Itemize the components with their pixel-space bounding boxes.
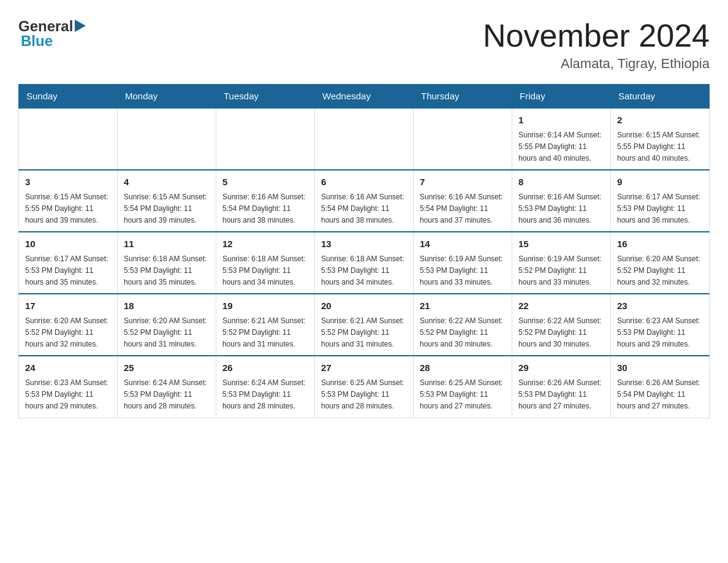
calendar-day-cell: 19Sunrise: 6:21 AM Sunset: 5:52 PM Dayli… — [216, 294, 315, 356]
month-title: November 2024 — [483, 18, 710, 53]
calendar-day-cell — [19, 108, 118, 170]
calendar-day-cell: 3Sunrise: 6:15 AM Sunset: 5:55 PM Daylig… — [19, 170, 118, 232]
calendar-week-row: 17Sunrise: 6:20 AM Sunset: 5:52 PM Dayli… — [19, 294, 710, 356]
day-number: 22 — [518, 299, 604, 313]
calendar-day-cell: 25Sunrise: 6:24 AM Sunset: 5:53 PM Dayli… — [118, 356, 216, 418]
day-number: 13 — [321, 237, 407, 251]
day-info: Sunrise: 6:22 AM Sunset: 5:52 PM Dayligh… — [518, 315, 604, 351]
day-info: Sunrise: 6:22 AM Sunset: 5:52 PM Dayligh… — [420, 315, 506, 351]
day-info: Sunrise: 6:25 AM Sunset: 5:53 PM Dayligh… — [321, 377, 407, 413]
calendar-day-cell: 2Sunrise: 6:15 AM Sunset: 5:55 PM Daylig… — [611, 108, 710, 170]
day-number: 6 — [321, 175, 407, 190]
day-info: Sunrise: 6:19 AM Sunset: 5:52 PM Dayligh… — [518, 253, 604, 289]
day-number: 19 — [222, 299, 308, 313]
day-number: 20 — [321, 299, 407, 313]
calendar-day-header: Tuesday — [216, 85, 315, 109]
calendar-day-cell: 9Sunrise: 6:17 AM Sunset: 5:53 PM Daylig… — [611, 170, 710, 232]
day-number: 29 — [518, 361, 604, 375]
calendar-table: SundayMondayTuesdayWednesdayThursdayFrid… — [18, 84, 710, 418]
title-block: November 2024 Alamata, Tigray, Ethiopia — [483, 18, 710, 72]
day-number: 8 — [518, 175, 604, 190]
day-info: Sunrise: 6:18 AM Sunset: 5:53 PM Dayligh… — [124, 253, 210, 289]
day-info: Sunrise: 6:20 AM Sunset: 5:52 PM Dayligh… — [617, 253, 703, 289]
day-info: Sunrise: 6:16 AM Sunset: 5:53 PM Dayligh… — [518, 191, 604, 227]
day-number: 5 — [222, 175, 308, 190]
calendar-day-cell: 15Sunrise: 6:19 AM Sunset: 5:52 PM Dayli… — [512, 232, 611, 294]
day-info: Sunrise: 6:17 AM Sunset: 5:53 PM Dayligh… — [617, 191, 703, 227]
calendar-day-cell: 28Sunrise: 6:25 AM Sunset: 5:53 PM Dayli… — [414, 356, 512, 418]
logo-general-text: General — [18, 19, 73, 34]
day-info: Sunrise: 6:20 AM Sunset: 5:52 PM Dayligh… — [124, 315, 210, 351]
day-number: 14 — [420, 237, 506, 251]
calendar-day-cell: 24Sunrise: 6:23 AM Sunset: 5:53 PM Dayli… — [19, 356, 118, 418]
day-number: 18 — [124, 299, 210, 313]
calendar-day-header: Sunday — [19, 85, 118, 109]
calendar-day-cell: 11Sunrise: 6:18 AM Sunset: 5:53 PM Dayli… — [118, 232, 216, 294]
calendar-day-cell: 6Sunrise: 6:16 AM Sunset: 5:54 PM Daylig… — [315, 170, 414, 232]
page-header: General Blue November 2024 Alamata, Tigr… — [18, 18, 710, 72]
location-title: Alamata, Tigray, Ethiopia — [483, 56, 710, 72]
day-info: Sunrise: 6:20 AM Sunset: 5:52 PM Dayligh… — [25, 315, 111, 351]
day-number: 3 — [25, 175, 111, 190]
day-info: Sunrise: 6:15 AM Sunset: 5:54 PM Dayligh… — [124, 191, 210, 227]
logo: General Blue — [18, 18, 86, 48]
calendar-day-cell — [414, 108, 512, 170]
day-number: 7 — [420, 175, 506, 190]
calendar-day-header: Wednesday — [315, 85, 414, 109]
day-number: 11 — [124, 237, 210, 251]
logo-blue-text: Blue — [21, 33, 53, 49]
calendar-day-cell: 29Sunrise: 6:26 AM Sunset: 5:53 PM Dayli… — [512, 356, 611, 418]
calendar-day-cell: 26Sunrise: 6:24 AM Sunset: 5:53 PM Dayli… — [216, 356, 315, 418]
calendar-week-row: 1Sunrise: 6:14 AM Sunset: 5:55 PM Daylig… — [19, 108, 710, 170]
calendar-day-cell: 10Sunrise: 6:17 AM Sunset: 5:53 PM Dayli… — [19, 232, 118, 294]
calendar-day-cell: 27Sunrise: 6:25 AM Sunset: 5:53 PM Dayli… — [315, 356, 414, 418]
calendar-day-cell: 16Sunrise: 6:20 AM Sunset: 5:52 PM Dayli… — [611, 232, 710, 294]
calendar-day-cell: 14Sunrise: 6:19 AM Sunset: 5:53 PM Dayli… — [414, 232, 512, 294]
day-number: 9 — [617, 175, 703, 190]
calendar-day-cell: 13Sunrise: 6:18 AM Sunset: 5:53 PM Dayli… — [315, 232, 414, 294]
calendar-day-cell: 30Sunrise: 6:26 AM Sunset: 5:54 PM Dayli… — [611, 356, 710, 418]
day-info: Sunrise: 6:17 AM Sunset: 5:53 PM Dayligh… — [25, 253, 111, 289]
calendar-week-row: 10Sunrise: 6:17 AM Sunset: 5:53 PM Dayli… — [19, 232, 710, 294]
day-number: 25 — [124, 361, 210, 375]
calendar-header-row: SundayMondayTuesdayWednesdayThursdayFrid… — [19, 85, 710, 109]
day-info: Sunrise: 6:25 AM Sunset: 5:53 PM Dayligh… — [420, 377, 506, 413]
day-number: 1 — [518, 113, 604, 128]
calendar-day-cell — [216, 108, 315, 170]
day-info: Sunrise: 6:23 AM Sunset: 5:53 PM Dayligh… — [617, 315, 703, 351]
day-number: 21 — [420, 299, 506, 313]
day-number: 30 — [617, 361, 703, 375]
calendar-day-cell: 18Sunrise: 6:20 AM Sunset: 5:52 PM Dayli… — [118, 294, 216, 356]
calendar-day-cell: 23Sunrise: 6:23 AM Sunset: 5:53 PM Dayli… — [611, 294, 710, 356]
day-info: Sunrise: 6:23 AM Sunset: 5:53 PM Dayligh… — [25, 377, 111, 413]
calendar-day-header: Friday — [512, 85, 611, 109]
calendar-day-header: Monday — [118, 85, 216, 109]
day-number: 24 — [25, 361, 111, 375]
calendar-day-cell: 17Sunrise: 6:20 AM Sunset: 5:52 PM Dayli… — [19, 294, 118, 356]
day-info: Sunrise: 6:16 AM Sunset: 5:54 PM Dayligh… — [420, 191, 506, 227]
day-number: 23 — [617, 299, 703, 313]
day-number: 12 — [222, 237, 308, 251]
day-info: Sunrise: 6:26 AM Sunset: 5:53 PM Dayligh… — [518, 377, 604, 413]
day-info: Sunrise: 6:15 AM Sunset: 5:55 PM Dayligh… — [617, 129, 703, 165]
calendar-day-header: Saturday — [611, 85, 710, 109]
day-number: 2 — [617, 113, 703, 128]
svg-marker-0 — [75, 20, 86, 32]
calendar-day-cell: 21Sunrise: 6:22 AM Sunset: 5:52 PM Dayli… — [414, 294, 512, 356]
day-info: Sunrise: 6:21 AM Sunset: 5:52 PM Dayligh… — [222, 315, 308, 351]
day-info: Sunrise: 6:21 AM Sunset: 5:52 PM Dayligh… — [321, 315, 407, 351]
day-info: Sunrise: 6:26 AM Sunset: 5:54 PM Dayligh… — [617, 377, 703, 413]
calendar-week-row: 3Sunrise: 6:15 AM Sunset: 5:55 PM Daylig… — [19, 170, 710, 232]
calendar-day-header: Thursday — [414, 85, 512, 109]
day-number: 17 — [25, 299, 111, 313]
logo-chevron-icon — [75, 20, 86, 34]
day-info: Sunrise: 6:24 AM Sunset: 5:53 PM Dayligh… — [222, 377, 308, 413]
calendar-day-cell: 12Sunrise: 6:18 AM Sunset: 5:53 PM Dayli… — [216, 232, 315, 294]
day-number: 26 — [222, 361, 308, 375]
calendar-day-cell: 5Sunrise: 6:16 AM Sunset: 5:54 PM Daylig… — [216, 170, 315, 232]
day-info: Sunrise: 6:18 AM Sunset: 5:53 PM Dayligh… — [321, 253, 407, 289]
day-info: Sunrise: 6:16 AM Sunset: 5:54 PM Dayligh… — [321, 191, 407, 227]
day-info: Sunrise: 6:19 AM Sunset: 5:53 PM Dayligh… — [420, 253, 506, 289]
calendar-day-cell — [315, 108, 414, 170]
calendar-day-cell — [118, 108, 216, 170]
